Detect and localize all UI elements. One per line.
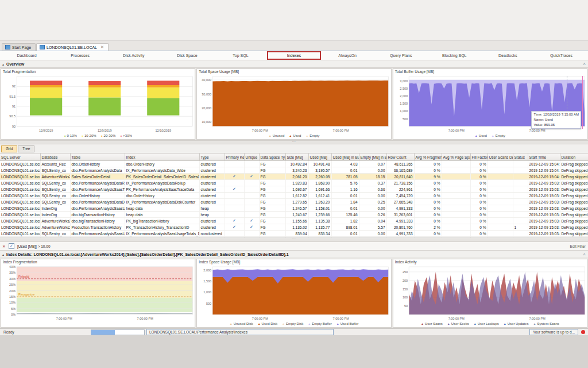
chevron-up-icon[interactable]: ˄ xyxy=(583,252,586,257)
cell xyxy=(513,167,528,174)
nav-tab-quicktraces[interactable]: QuickTraces xyxy=(535,51,588,60)
tab-start-page[interactable]: Start Page xyxy=(2,43,36,51)
cell: ✓ xyxy=(225,174,244,180)
table-row[interactable]: LONDONSQL01.se.localSQLSentry_codbo.Perf… xyxy=(0,186,588,193)
cell: dbo.OrderHistory xyxy=(70,193,125,199)
tab-server[interactable]: LONDONSQL01.SE.LOCAL ✕ xyxy=(36,43,109,51)
column-header[interactable]: Empty [MB] in Buffer xyxy=(359,154,386,161)
legend-marker-icon: ▲ xyxy=(289,135,292,137)
cell: FG xyxy=(259,218,285,224)
legend-item: ▲User Lookups xyxy=(474,322,499,325)
cell: ✓ xyxy=(244,224,259,231)
column-header[interactable]: Unique xyxy=(244,154,259,161)
splitter-handle[interactable]: ⋯ xyxy=(0,140,588,144)
cell: DeFrag skipped, Fragme… xyxy=(560,161,588,167)
nav-tab-indexes[interactable]: Indexes xyxy=(267,51,320,60)
table-row[interactable]: LONDONSQL01.se.localSQLSentry_codbo.Perf… xyxy=(0,231,588,237)
cell: dbo.bigTransactionHistory xyxy=(70,218,125,224)
table-row[interactable]: LONDONSQL01.se.localSQLSentry_codbo.Perf… xyxy=(0,167,588,174)
index-space-usage-chart[interactable]: 5001,0001,5002,0007:00:00 PM7:00:00 PM xyxy=(197,265,390,321)
close-icon[interactable]: ✕ xyxy=(100,45,104,49)
cell: 2019-12-09 15:04:17 xyxy=(528,174,560,180)
legend-item: ●0-10% xyxy=(64,134,76,137)
filter-expression[interactable]: [Used [MB]] > 10.00 xyxy=(17,244,51,248)
cell: FG xyxy=(259,167,285,174)
cell: clustered xyxy=(199,186,225,193)
nav-tab-deadlocks[interactable]: Deadlocks xyxy=(481,51,535,60)
table-row[interactable]: LONDONSQL01.se.localAdventureWorks2014Pr… xyxy=(0,224,588,231)
table-row[interactable]: LONDONSQL01.se.localIndexOrgdbo.Performa… xyxy=(0,205,588,212)
column-header[interactable]: Used [MB] xyxy=(308,154,331,161)
column-header[interactable]: Size [MB] xyxy=(285,154,308,161)
nav-tab-query-plans[interactable]: Query Plans xyxy=(374,51,428,60)
cell: LONDONSQL01.se.local xyxy=(0,231,40,237)
column-header[interactable]: Index xyxy=(125,154,199,161)
column-header[interactable]: Duration xyxy=(560,154,588,161)
column-header[interactable]: Avg % Page Space Used xyxy=(442,154,470,161)
legend-item: ▲Empty Buffer xyxy=(308,322,332,325)
svg-text:90.5: 90.5 xyxy=(9,114,16,118)
cell xyxy=(244,180,259,186)
collapse-icon[interactable]: ▴ xyxy=(2,252,4,256)
table-row[interactable]: LONDONSQL01.se.localSQLSentry_codbo.Orde… xyxy=(0,193,588,199)
column-header[interactable]: Fill Factor xyxy=(470,154,488,161)
table-row[interactable]: LONDONSQL01.se.localIndexOrgdbo.Performa… xyxy=(0,237,588,238)
update-notice[interactable]: Your software is up to d... xyxy=(529,329,578,335)
column-header[interactable]: SQL Server xyxy=(0,154,40,161)
splitter-handle[interactable]: ⋯ xyxy=(0,237,588,242)
overview-title: Overview xyxy=(6,62,24,66)
edit-filter-button[interactable]: Edit Filter xyxy=(570,244,586,248)
filter-checkbox[interactable]: ✓ xyxy=(9,243,14,249)
remove-filter-icon[interactable]: ✕ xyxy=(2,244,6,248)
index-fragmentation-chart[interactable]: 0%5%10%15%20%25%30%35%40%RebuildReorgani… xyxy=(1,265,195,321)
svg-text:500: 500 xyxy=(206,302,211,305)
nav-tab-alwayson[interactable]: AlwaysOn xyxy=(321,51,374,60)
table-row[interactable]: LONDONSQL01.se.localAdventureWorks2014db… xyxy=(0,218,588,224)
column-header[interactable]: Database xyxy=(40,154,70,161)
collapse-icon[interactable]: ▴ xyxy=(2,62,4,66)
nav-tab-disk-space[interactable]: Disk Space xyxy=(160,51,214,60)
cell: dbo.OrderHistory xyxy=(70,161,125,167)
index-activity-chart[interactable]: 501001502002507:00:00 PM7:00:00 PM xyxy=(393,265,587,321)
cell: dbo.PerformanceAnalysisSaasUsageTotalDet… xyxy=(70,237,125,238)
cell: LONDONSQL01.se.local xyxy=(0,212,40,218)
cell: 0.01 xyxy=(331,193,359,199)
nav-tab-blocking-sql[interactable]: Blocking SQL xyxy=(428,51,481,60)
nav-tab-dashboard[interactable]: Dashboard xyxy=(0,51,53,60)
cell: dbo.PerformanceAnalysisSaasUsageTotals xyxy=(70,205,125,212)
nav-tab-processes[interactable]: Processes xyxy=(53,51,107,60)
tree-view-button[interactable]: Tree xyxy=(18,145,34,152)
cell: 0.01 xyxy=(331,167,359,174)
table-row[interactable]: LONDONSQL01.se.localSQLSentry_codbo.Perf… xyxy=(0,180,588,186)
table-row[interactable]: LONDONSQL01.se.localAdventureWorks2014Sa… xyxy=(0,174,588,180)
chevron-up-icon[interactable]: ˄ xyxy=(583,62,586,67)
cell: 1.84 xyxy=(331,199,359,205)
table-row[interactable]: LONDONSQL01.se.localSQLSentry_codbo.Perf… xyxy=(0,199,588,205)
cell: 0 % xyxy=(414,237,442,238)
column-header[interactable]: User Scans Delta xyxy=(488,154,513,161)
table-row[interactable]: LONDONSQL01.se.localAccounts_Recdbo.Orde… xyxy=(0,161,588,167)
tab-server-label: LONDONSQL01.SE.LOCAL xyxy=(47,45,97,49)
column-header[interactable]: Type xyxy=(199,154,225,161)
column-header[interactable]: Used [MB] in Buffer xyxy=(331,154,359,161)
alert-dot-icon[interactable] xyxy=(581,330,585,334)
column-header[interactable]: Data Space Type xyxy=(259,154,285,161)
column-header[interactable]: Table xyxy=(70,154,125,161)
total-space-usage-chart[interactable]: 10,00020,00030,00040,0007:00:00 PM7:00:0… xyxy=(197,75,390,133)
svg-text:7:00:00 PM: 7:00:00 PM xyxy=(56,317,73,320)
table-row[interactable]: LONDONSQL01.se.localIndexOrgdbo.bigTrans… xyxy=(0,212,588,218)
cell: FG xyxy=(259,174,285,180)
grid-view-button[interactable]: Grid xyxy=(1,145,17,152)
cell xyxy=(442,231,470,237)
column-header[interactable]: Row Count xyxy=(386,154,414,161)
column-header[interactable]: Primary Key xyxy=(225,154,244,161)
nav-tab-disk-activity[interactable]: Disk Activity xyxy=(107,51,160,60)
cell: heap data xyxy=(125,205,199,212)
column-header[interactable]: Status xyxy=(513,154,528,161)
nav-tab-top-sql[interactable]: Top SQL xyxy=(214,51,267,60)
total-fragmentation-chart[interactable]: 9090.59191.59212/8/201912/9/201912/10/20… xyxy=(1,75,195,133)
column-header[interactable]: Start Time xyxy=(528,154,560,161)
cell xyxy=(244,167,259,174)
cell: DeFrag skipped, Fragme… xyxy=(560,193,588,199)
column-header[interactable]: Avg % Fragmented xyxy=(414,154,442,161)
